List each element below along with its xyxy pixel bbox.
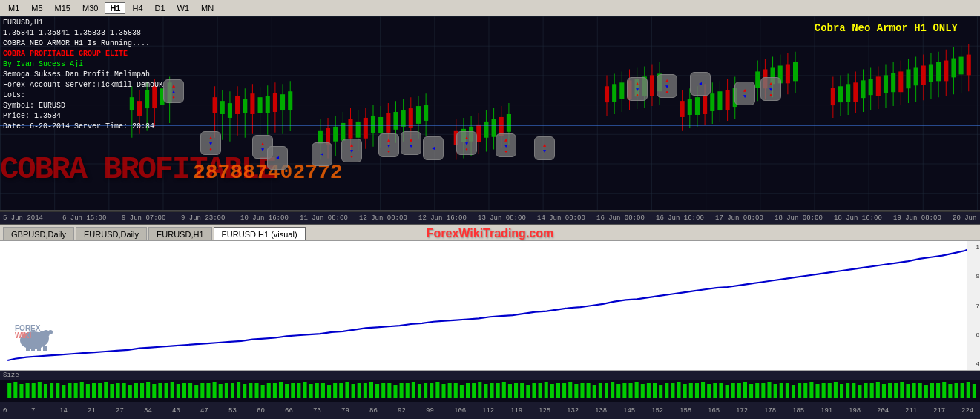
svg-rect-262 xyxy=(502,382,506,398)
tab-eurusd-h1-visual[interactable]: EURUSD,H1 (visual) xyxy=(214,227,306,240)
tf-m5[interactable]: M5 xyxy=(26,2,47,14)
tf-h4[interactable]: H4 xyxy=(127,2,148,14)
svg-rect-220 xyxy=(249,383,252,398)
date-val: Date: 6-20-2014 Server Time: 20:84 xyxy=(3,122,163,132)
svg-rect-102 xyxy=(680,101,685,117)
svg-rect-297 xyxy=(713,383,717,398)
price-data: 1.35841 1.35841 1.35833 1.35838 xyxy=(3,28,163,39)
svg-rect-207 xyxy=(171,382,174,398)
svg-rect-273 xyxy=(568,382,572,398)
axis-label: 152 xyxy=(651,407,680,415)
tf-m15[interactable]: M15 xyxy=(50,2,76,14)
svg-rect-32 xyxy=(266,96,270,113)
trade-marker: ▲ ▼ xyxy=(734,82,755,105)
svg-rect-144 xyxy=(884,75,888,93)
tf-m30[interactable]: M30 xyxy=(77,2,103,14)
svg-rect-225 xyxy=(279,382,283,398)
tf-h1[interactable]: H1 xyxy=(105,2,125,14)
svg-rect-217 xyxy=(231,383,234,398)
svg-rect-187 xyxy=(50,383,53,398)
svg-rect-208 xyxy=(177,384,180,398)
svg-rect-261 xyxy=(496,383,500,398)
svg-rect-254 xyxy=(454,383,458,398)
trade-marker: ▲ ▼ ● xyxy=(657,74,677,98)
svg-rect-321 xyxy=(858,385,861,398)
chart-title: Cobra Neo Armor H1 ONLY xyxy=(815,22,958,34)
date-label: 12 Jun 00:00 xyxy=(359,214,418,222)
axis-label: 217 xyxy=(933,407,961,415)
svg-rect-291 xyxy=(677,382,681,398)
svg-rect-199 xyxy=(122,383,126,398)
svg-rect-184 xyxy=(32,383,36,398)
tab-eurusd-h1[interactable]: EURUSD,H1 xyxy=(148,227,212,240)
tf-d1[interactable]: D1 xyxy=(150,2,171,14)
tab-eurusd-daily[interactable]: EURUSD,Daily xyxy=(76,227,147,240)
svg-rect-158 xyxy=(936,62,941,82)
info-overlay: EURUSD,H1 1.35841 1.35841 1.35833 1.3583… xyxy=(3,18,163,132)
timeframe-toolbar: M1 M5 M15 M30 H1 H4 D1 W1 MN xyxy=(0,0,980,16)
cobra-running: COBRA NEO ARMOR H1 Is Running.... xyxy=(3,39,163,49)
balance-chart-area: × Balance / Equity 1 9 7 6 4 FOREX WIKI xyxy=(0,241,980,371)
tf-w1[interactable]: W1 xyxy=(172,2,195,14)
size-label: Size xyxy=(3,372,19,379)
svg-rect-138 xyxy=(861,80,865,98)
svg-rect-90 xyxy=(619,82,624,99)
svg-rect-219 xyxy=(243,384,246,398)
tab-gbpusd-daily[interactable]: GBPUSD,Daily xyxy=(3,227,74,240)
svg-rect-211 xyxy=(194,385,198,398)
axis-label: 165 xyxy=(708,407,736,415)
size-bar: Size xyxy=(0,371,980,404)
svg-rect-162 xyxy=(951,59,956,78)
svg-rect-28 xyxy=(250,93,254,114)
svg-rect-156 xyxy=(929,65,933,82)
axis-label: 53 xyxy=(228,407,257,415)
svg-rect-327 xyxy=(894,383,898,398)
svg-rect-293 xyxy=(689,383,693,398)
svg-rect-36 xyxy=(280,94,285,110)
svg-rect-339 xyxy=(967,382,970,398)
svg-rect-150 xyxy=(906,69,910,88)
svg-rect-181 xyxy=(13,382,17,398)
trade-marker: ◄ xyxy=(690,72,711,96)
svg-rect-278 xyxy=(599,383,602,398)
svg-rect-309 xyxy=(786,383,789,398)
svg-rect-58 xyxy=(386,113,390,133)
date-label: 6 Jun 15:00 xyxy=(62,214,122,222)
svg-rect-328 xyxy=(900,382,904,398)
balance-scale: 1 9 7 6 4 xyxy=(967,241,980,370)
svg-rect-249 xyxy=(424,383,427,398)
axis-label: 0 xyxy=(3,407,31,415)
svg-rect-212 xyxy=(200,383,204,398)
symbol-price-line: EURUSD,H1 xyxy=(3,18,163,28)
svg-rect-248 xyxy=(418,384,421,398)
svg-rect-34 xyxy=(273,93,277,112)
svg-rect-326 xyxy=(888,383,892,398)
svg-rect-18 xyxy=(213,97,217,113)
svg-rect-330 xyxy=(912,383,916,398)
svg-rect-140 xyxy=(869,79,873,95)
price-val: Price: 1.3584 xyxy=(3,111,163,122)
date-label: 16 Jun 00:00 xyxy=(596,214,656,222)
svg-rect-136 xyxy=(853,82,858,102)
svg-rect-307 xyxy=(774,384,777,398)
svg-rect-258 xyxy=(478,382,481,398)
tf-m1[interactable]: M1 xyxy=(3,2,24,14)
svg-rect-289 xyxy=(665,383,668,398)
date-label: 5 Jun 2014 xyxy=(3,214,62,222)
axis-label: 27 xyxy=(116,407,144,415)
scale-value: 9 xyxy=(968,273,979,280)
svg-rect-191 xyxy=(74,383,78,398)
svg-rect-186 xyxy=(44,384,47,398)
tf-mn[interactable]: MN xyxy=(196,2,219,14)
svg-rect-290 xyxy=(671,383,674,398)
svg-rect-194 xyxy=(92,383,96,398)
svg-rect-84 xyxy=(507,114,511,132)
svg-rect-229 xyxy=(303,382,306,398)
svg-rect-223 xyxy=(267,383,271,398)
svg-rect-300 xyxy=(731,383,735,398)
axis-label: 21 xyxy=(88,407,116,415)
svg-rect-108 xyxy=(703,95,707,114)
svg-rect-231 xyxy=(315,383,319,398)
svg-rect-274 xyxy=(574,384,578,398)
size-bars-svg xyxy=(0,380,980,402)
